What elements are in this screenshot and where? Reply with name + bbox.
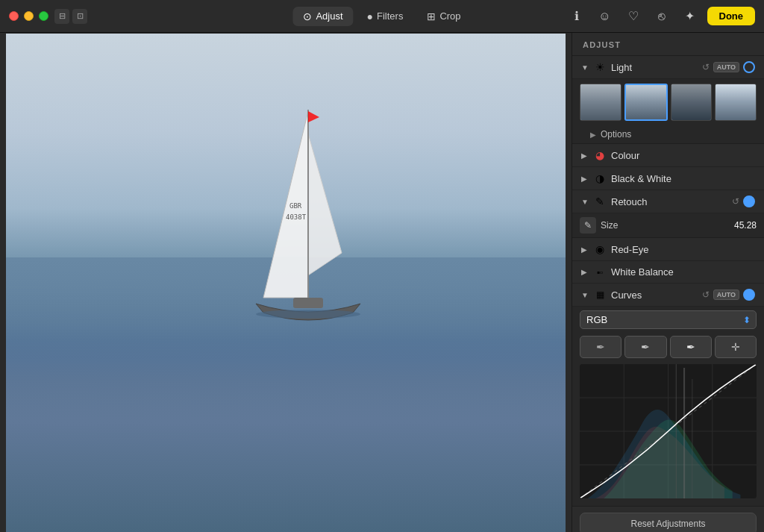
eyedrop-crosshair-button[interactable]: ✛	[715, 336, 757, 358]
panel-title: ADJUST	[572, 33, 764, 56]
section-retouch-header[interactable]: ▼ ✎ Retouch ↺	[572, 190, 764, 213]
wb-label: White Balance	[611, 266, 755, 278]
share-button[interactable]: ⎋	[651, 5, 673, 28]
colour-label: Colour	[611, 150, 755, 161]
curves-actions: ↺ AUTO	[702, 289, 755, 301]
main-area: GBR 4038T ADJUST ▼ ☀ Light ↺ AUTO	[0, 33, 764, 532]
curves-channel-select[interactable]: RGB Red Green Blue Luminance	[580, 310, 757, 329]
reset-adjustments-button[interactable]: Reset Adjustments	[580, 513, 757, 532]
light-label: Light	[611, 62, 702, 73]
tab-bar: ⊙ Adjust ● Filters ⊞ Crop	[292, 7, 471, 26]
curves-graph-svg	[580, 364, 757, 498]
tab-crop[interactable]: ⊞ Crop	[416, 7, 471, 26]
redeye-icon: ◉	[593, 243, 607, 255]
fullscreen-button[interactable]	[39, 11, 48, 21]
retouch-icon: ✎	[593, 195, 607, 207]
sailboat-svg: GBR 4038T	[241, 104, 375, 342]
photo-area: GBR 4038T	[0, 33, 572, 532]
colour-icon: ◕	[593, 149, 607, 161]
info-button[interactable]: ℹ	[566, 5, 588, 28]
size-icon: ✎	[580, 217, 596, 234]
colour-expand-arrow: ▶	[581, 151, 589, 160]
light-thumb-2[interactable]	[624, 84, 668, 121]
photo-background: GBR 4038T	[6, 34, 566, 532]
section-bw-header[interactable]: ▶ ◑ Black & White	[572, 167, 764, 190]
heart-button[interactable]: ♡	[622, 5, 645, 28]
curves-label: Curves	[611, 290, 702, 301]
bw-label: Black & White	[611, 173, 755, 184]
titlebar: ⊟ ⊡ ⊙ Adjust ● Filters ⊞ Crop ℹ ☺ ♡ ⎋ ✦ …	[0, 0, 764, 33]
tab-filters-label: Filters	[377, 10, 403, 22]
curves-reset-icon[interactable]: ↺	[702, 290, 710, 300]
adjust-icon: ⊙	[303, 10, 312, 22]
svg-text:4038T: 4038T	[286, 213, 307, 221]
photo-canvas: GBR 4038T	[6, 34, 566, 532]
size-value: 45.28	[734, 220, 757, 231]
retouch-toggle[interactable]	[743, 195, 755, 207]
retouch-reset-icon[interactable]: ↺	[732, 196, 739, 207]
size-label: Size	[601, 220, 730, 231]
light-expanded-panel: ▶ Options	[572, 79, 764, 144]
retouch-expand-arrow: ▼	[581, 198, 589, 206]
window-controls: ⊟ ⊡	[54, 9, 87, 24]
right-panel: ADJUST ▼ ☀ Light ↺ AUTO	[572, 33, 764, 532]
svg-text:GBR: GBR	[289, 202, 302, 210]
options-label: Options	[601, 129, 631, 140]
light-thumb-3[interactable]	[671, 84, 713, 121]
toolbar-right: ℹ ☺ ♡ ⎋ ✦ Done	[566, 5, 756, 28]
curves-auto-badge[interactable]: AUTO	[713, 290, 739, 300]
light-thumb-4[interactable]	[715, 84, 757, 121]
light-icon: ☀	[593, 61, 607, 73]
light-expand-arrow: ▼	[581, 63, 589, 72]
redeye-expand-arrow: ▶	[581, 245, 589, 254]
bw-expand-arrow: ▶	[581, 175, 589, 183]
options-arrow-icon: ▶	[590, 131, 596, 139]
light-thumb-1[interactable]	[580, 84, 621, 121]
wb-expand-arrow: ▶	[581, 268, 589, 276]
svg-rect-3	[293, 298, 323, 308]
window-tile-button[interactable]: ⊟	[54, 9, 69, 24]
curves-eyedroppers: ✒ ✒ ✒ ✛	[572, 333, 764, 361]
curves-icon: ▦	[593, 290, 607, 300]
eyedrop-gray-button[interactable]: ✒	[624, 336, 666, 358]
minimize-button[interactable]	[24, 11, 34, 21]
eyedrop-black-button[interactable]: ✒	[580, 336, 621, 358]
svg-point-4	[256, 310, 360, 319]
section-curves-header[interactable]: ▼ ▦ Curves ↺ AUTO	[572, 284, 764, 307]
tab-adjust-label: Adjust	[316, 10, 342, 22]
magic-button[interactable]: ✦	[679, 5, 701, 28]
curves-channel-container: RGB Red Green Blue Luminance	[580, 310, 757, 329]
tab-adjust[interactable]: ⊙ Adjust	[292, 7, 353, 26]
retouch-label: Retouch	[611, 196, 732, 207]
curves-expand-arrow: ▼	[581, 291, 589, 299]
close-button[interactable]	[9, 11, 19, 21]
bw-icon: ◑	[593, 172, 607, 184]
size-row: ✎ Size 45.28	[572, 213, 764, 237]
section-redeye-header[interactable]: ▶ ◉ Red-Eye	[572, 238, 764, 261]
light-options-row[interactable]: ▶ Options	[572, 125, 764, 143]
window-expand-button[interactable]: ⊡	[72, 9, 87, 24]
light-reset-icon[interactable]: ↺	[702, 62, 710, 72]
light-auto-badge[interactable]: AUTO	[713, 62, 739, 72]
light-toggle[interactable]	[743, 61, 755, 73]
retouch-actions: ↺	[732, 195, 755, 207]
traffic-lights	[9, 11, 48, 21]
tab-filters[interactable]: ● Filters	[357, 7, 414, 26]
emoji-button[interactable]: ☺	[594, 5, 616, 28]
done-button[interactable]: Done	[707, 7, 756, 25]
curves-graph[interactable]	[580, 364, 757, 498]
curves-channel-row: RGB Red Green Blue Luminance	[572, 307, 764, 333]
redeye-label: Red-Eye	[611, 244, 755, 255]
light-thumbnails	[572, 79, 764, 125]
section-light-header[interactable]: ▼ ☀ Light ↺ AUTO	[572, 56, 764, 79]
light-actions: ↺ AUTO	[702, 61, 755, 73]
eyedrop-white-button[interactable]: ✒	[670, 336, 712, 358]
section-colour-header[interactable]: ▶ ◕ Colour	[572, 144, 764, 167]
curves-expanded-panel: RGB Red Green Blue Luminance ✒ ✒ ✒ ✛	[572, 307, 764, 507]
section-wb-header[interactable]: ▶ ▪▫ White Balance	[572, 261, 764, 284]
retouch-expanded-panel: ✎ Size 45.28	[572, 213, 764, 238]
curves-toggle[interactable]	[743, 289, 755, 301]
svg-marker-7	[308, 111, 319, 122]
sailboat: GBR 4038T	[241, 104, 375, 342]
wb-icon: ▪▫	[593, 267, 607, 278]
